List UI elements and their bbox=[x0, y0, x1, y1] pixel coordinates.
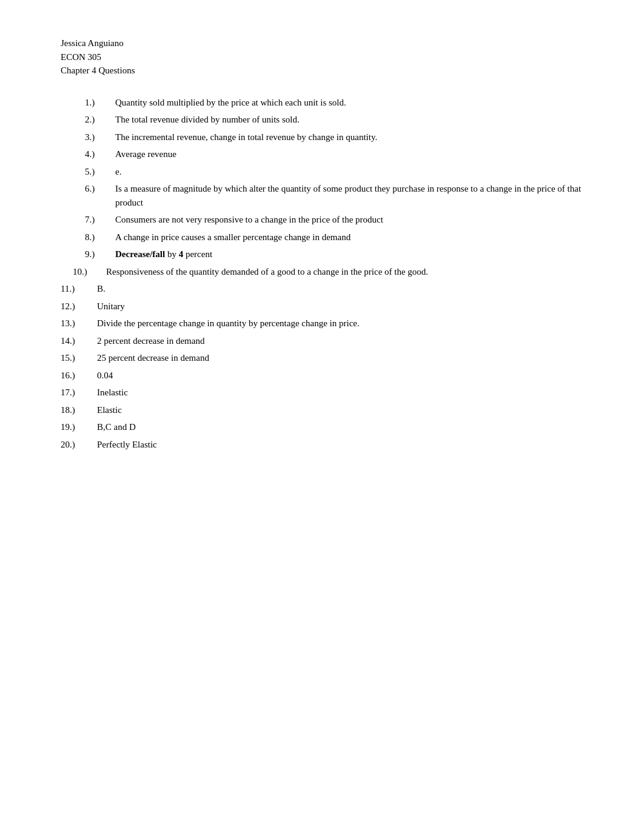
item-answer: A change in price causes a smaller perce… bbox=[115, 230, 595, 244]
item-answer: Unitary bbox=[97, 300, 595, 314]
text-mid: by bbox=[167, 249, 179, 259]
list-item: 10.) Responsiveness of the quantity dema… bbox=[73, 265, 595, 279]
item-number: 13.) bbox=[61, 317, 97, 330]
item-answer: Average revenue bbox=[115, 147, 595, 161]
item-number: 7.) bbox=[85, 213, 115, 227]
text-end: percent bbox=[186, 249, 212, 259]
item-answer: Divide the percentage change in quantity… bbox=[97, 317, 595, 330]
item-answer: Inelastic bbox=[97, 386, 595, 400]
list-item: 15.) 25 percent decrease in demand bbox=[61, 351, 595, 365]
item-number: 2.) bbox=[85, 113, 115, 127]
item-answer: B,C and D bbox=[97, 420, 595, 434]
item-answer: Is a measure of magnitude by which alter… bbox=[115, 182, 595, 209]
item-number: 15.) bbox=[61, 351, 97, 365]
item-number: 10.) bbox=[73, 265, 106, 279]
item-number: 18.) bbox=[61, 403, 97, 417]
list-item: 6.) Is a measure of magnitude by which a… bbox=[85, 182, 595, 209]
list-item: 12.) Unitary bbox=[61, 300, 595, 314]
item-number: 3.) bbox=[85, 130, 115, 144]
item-answer: 2 percent decrease in demand bbox=[97, 334, 595, 348]
bold-number: 4 bbox=[179, 249, 184, 259]
list-item: 17.) Inelastic bbox=[61, 386, 595, 400]
item-answer: Consumers are not very responsive to a c… bbox=[115, 213, 595, 227]
item-number: 14.) bbox=[61, 334, 97, 348]
item-answer: e. bbox=[115, 165, 595, 179]
bold-text: Decrease/fall bbox=[115, 249, 165, 259]
list-item: 7.) Consumers are not very responsive to… bbox=[85, 213, 595, 227]
item-answer: The incremental revenue, change in total… bbox=[115, 130, 595, 144]
list-item: 20.) Perfectly Elastic bbox=[61, 438, 595, 452]
list-item: 5.) e. bbox=[85, 165, 595, 179]
list-item: 3.) The incremental revenue, change in t… bbox=[85, 130, 595, 144]
list-item: 8.) A change in price causes a smaller p… bbox=[85, 230, 595, 244]
item-number: 12.) bbox=[61, 300, 97, 314]
item-number: 8.) bbox=[85, 230, 115, 244]
item-answer: B. bbox=[97, 282, 595, 296]
course-code: ECON 305 bbox=[61, 50, 595, 64]
regular-answer-list: 11.) B. 12.) Unitary 13.) Divide the per… bbox=[61, 282, 595, 451]
item-number: 1.) bbox=[85, 96, 115, 110]
answers-content: 1.) Quantity sold multiplied by the pric… bbox=[61, 96, 595, 452]
document-header: Jessica Anguiano ECON 305 Chapter 4 Ques… bbox=[61, 36, 595, 78]
item-number: 16.) bbox=[61, 369, 97, 383]
item-number: 4.) bbox=[85, 147, 115, 161]
list-item: 16.) 0.04 bbox=[61, 369, 595, 383]
item-number: 5.) bbox=[85, 165, 115, 179]
list-item: 14.) 2 percent decrease in demand bbox=[61, 334, 595, 348]
item-answer: Decrease/fall by 4 percent bbox=[115, 247, 595, 261]
author-name: Jessica Anguiano bbox=[61, 36, 595, 50]
chapter-title: Chapter 4 Questions bbox=[61, 64, 595, 78]
item-answer: Perfectly Elastic bbox=[97, 438, 595, 452]
item-answer: 0.04 bbox=[97, 369, 595, 383]
item-answer: Quantity sold multiplied by the price at… bbox=[115, 96, 595, 110]
item-answer: Responsiveness of the quantity demanded … bbox=[106, 265, 595, 279]
list-item: 11.) B. bbox=[61, 282, 595, 296]
item-answer: The total revenue divided by number of u… bbox=[115, 113, 595, 127]
item-number: 17.) bbox=[61, 386, 97, 400]
item-number: 9.) bbox=[85, 247, 115, 261]
list-item: 2.) The total revenue divided by number … bbox=[85, 113, 595, 127]
list-item: 13.) Divide the percentage change in qua… bbox=[61, 317, 595, 330]
indented-answer-list: 1.) Quantity sold multiplied by the pric… bbox=[85, 96, 595, 261]
item-number: 11.) bbox=[61, 282, 97, 296]
item-number: 19.) bbox=[61, 420, 97, 434]
list-item: 9.) Decrease/fall by 4 percent bbox=[85, 247, 595, 261]
list-item: 19.) B,C and D bbox=[61, 420, 595, 434]
item-answer: 25 percent decrease in demand bbox=[97, 351, 595, 365]
list-item: 4.) Average revenue bbox=[85, 147, 595, 161]
list-item: 1.) Quantity sold multiplied by the pric… bbox=[85, 96, 595, 110]
item-number: 20.) bbox=[61, 438, 97, 452]
list-item: 18.) Elastic bbox=[61, 403, 595, 417]
item-answer: Elastic bbox=[97, 403, 595, 417]
item-number: 6.) bbox=[85, 182, 115, 209]
